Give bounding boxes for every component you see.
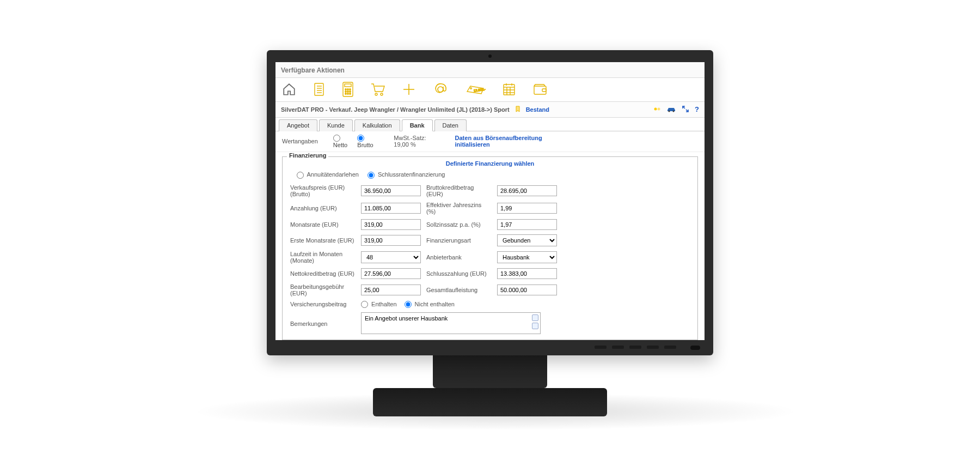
- app-screen: Verfügbare Aktionen: [275, 62, 705, 340]
- toolbar: 12.500.-: [275, 78, 705, 102]
- at-icon[interactable]: [432, 81, 449, 98]
- svg-point-33: [658, 107, 660, 110]
- versicherungsbeitrag-label: Versicherungsbeitrag: [290, 301, 356, 307]
- svg-point-34: [669, 110, 670, 112]
- verkaufspreis-input[interactable]: [361, 185, 421, 196]
- svg-point-21: [470, 88, 472, 89]
- svg-point-32: [654, 107, 657, 110]
- erste-monatsrate-label: Erste Monatsrate (EUR): [290, 237, 356, 244]
- nicht-enthalten-radio[interactable]: Nicht enthalten: [405, 301, 455, 308]
- svg-rect-6: [345, 84, 351, 87]
- annuitaet-radio[interactable]: Annuitätendarlehen: [297, 171, 359, 179]
- svg-point-13: [345, 93, 346, 94]
- wallet-icon[interactable]: [532, 83, 548, 96]
- svg-rect-31: [542, 89, 546, 92]
- monitor-osd-button: [664, 346, 676, 349]
- svg-point-8: [347, 89, 348, 90]
- price-tag-icon[interactable]: 12.500.-: [465, 83, 486, 96]
- svg-rect-0: [315, 83, 323, 95]
- tab-angebot[interactable]: Angebot: [279, 119, 317, 131]
- form-grid: Annuitätendarlehen Schlussratenfinanzier…: [290, 171, 690, 335]
- titlebar-label: Verfügbare Aktionen: [281, 66, 345, 74]
- bestand-link[interactable]: Bestand: [526, 106, 549, 113]
- anzahlung-input[interactable]: [361, 203, 421, 214]
- nettokredit-label: Nettokreditbetrag (EUR): [290, 270, 356, 277]
- bearbeitungsgebuehr-label: Bearbeitungsgebühr (EUR): [290, 283, 356, 296]
- schlusszahlung-label: Schlusszahlung (EUR): [426, 270, 492, 277]
- verkaufspreis-label: Verkaufspreis (EUR) (Brutto): [290, 184, 356, 197]
- effjz-input[interactable]: [497, 203, 557, 214]
- titlebar: Verfügbare Aktionen: [275, 62, 705, 78]
- monitor-frame: Verfügbare Aktionen: [267, 50, 713, 416]
- controls-row: Wertangaben Netto Brutto MwSt.-Satz: 19,…: [275, 131, 705, 153]
- monitor-osd-button: [595, 346, 607, 349]
- breadcrumb-bar: SilverDAT PRO - Verkauf. Jeep Wrangler /…: [275, 102, 705, 118]
- traffic-light-icon[interactable]: [653, 105, 661, 114]
- calculator-icon[interactable]: [342, 82, 354, 97]
- finanzierungsart-label: Finanzierungsart: [426, 237, 492, 244]
- gesamtlaufleistung-input[interactable]: [497, 285, 557, 295]
- sollzins-label: Sollzinssatz p.a. (%): [426, 221, 492, 228]
- svg-point-10: [345, 91, 346, 92]
- svg-point-11: [347, 91, 348, 92]
- home-icon[interactable]: [282, 82, 296, 96]
- svg-text:12.500.-: 12.500.-: [474, 88, 486, 93]
- monitor-neck: [433, 355, 547, 388]
- svg-point-17: [381, 93, 383, 95]
- svg-point-15: [350, 93, 351, 94]
- monitor-osd-button: [647, 346, 659, 349]
- mwst-label: MwSt.-Satz: 19,00 %: [394, 135, 439, 148]
- remarks-tool-icon[interactable]: [532, 314, 538, 321]
- enthalten-radio[interactable]: Enthalten: [361, 301, 397, 308]
- monitor-osd-button: [612, 346, 624, 349]
- finanzierungsart-select[interactable]: Gebunden: [497, 234, 557, 246]
- monitor-bezel: Verfügbare Aktionen: [267, 50, 713, 355]
- nettokredit-input[interactable]: [361, 268, 421, 279]
- finanzierung-panel: Finanzierung Definierte Finanzierung wäh…: [282, 156, 698, 340]
- netto-radio[interactable]: Netto: [333, 135, 353, 149]
- init-link[interactable]: Daten aus Börsenaufbereitung initialisie…: [455, 135, 556, 148]
- bearbeitungsgebuehr-input[interactable]: [361, 285, 421, 295]
- bestand-bookmark-icon: [515, 106, 520, 113]
- svg-point-9: [350, 89, 351, 90]
- tab-daten[interactable]: Daten: [434, 119, 467, 131]
- gesamtlaufleistung-label: Gesamtlaufleistung: [426, 287, 492, 293]
- laufzeit-label: Laufzeit in Monaten (Monate): [290, 251, 356, 264]
- remarks-scroll-icon[interactable]: [532, 323, 538, 329]
- monitor-osd-button: [629, 346, 641, 349]
- car-icon[interactable]: [666, 106, 676, 113]
- monatsrate-label: Monatsrate (EUR): [290, 221, 356, 228]
- plus-icon[interactable]: [402, 82, 416, 96]
- cart-icon[interactable]: [370, 82, 385, 96]
- svg-point-14: [347, 93, 348, 94]
- tab-bank[interactable]: Bank: [402, 119, 433, 131]
- wertangaben-label: Wertangaben: [282, 138, 318, 144]
- panel-title: Finanzierung: [287, 152, 328, 159]
- bruttokredit-input[interactable]: [497, 185, 557, 196]
- anbieterbank-select[interactable]: Hausbank: [497, 251, 557, 263]
- expand-icon[interactable]: [682, 105, 689, 114]
- schlusszahlung-input[interactable]: [497, 268, 557, 279]
- tab-kunde[interactable]: Kunde: [319, 119, 353, 131]
- sollzins-input[interactable]: [497, 219, 557, 230]
- tab-kalkulation[interactable]: Kalkulation: [354, 119, 400, 131]
- erste-monatsrate-input[interactable]: [361, 235, 421, 246]
- calendar-icon[interactable]: [502, 82, 516, 96]
- anzahlung-label: Anzahlung (EUR): [290, 205, 356, 211]
- bemerkungen-textarea[interactable]: [361, 312, 541, 334]
- brutto-radio[interactable]: Brutto: [357, 135, 378, 149]
- list-icon[interactable]: [313, 82, 326, 96]
- schlussraten-radio[interactable]: Schlussratenfinanzierung: [367, 171, 445, 179]
- tabs: Angebot Kunde Kalkulation Bank Daten: [275, 118, 705, 131]
- choose-finance-link[interactable]: Definierte Finanzierung wählen: [446, 160, 535, 167]
- monatsrate-input[interactable]: [361, 219, 421, 230]
- bruttokredit-label: Bruttokreditbetrag (EUR): [426, 184, 492, 197]
- svg-point-16: [375, 93, 377, 95]
- camera-dot: [488, 55, 492, 58]
- bemerkungen-label: Bemerkungen: [290, 320, 356, 327]
- laufzeit-select[interactable]: 48: [361, 251, 421, 263]
- monitor-buttons: [595, 346, 700, 351]
- help-icon[interactable]: ?: [695, 105, 699, 113]
- effjz-label: Effektiver Jahreszins (%): [426, 202, 492, 215]
- anbieterbank-label: Anbieterbank: [426, 254, 492, 261]
